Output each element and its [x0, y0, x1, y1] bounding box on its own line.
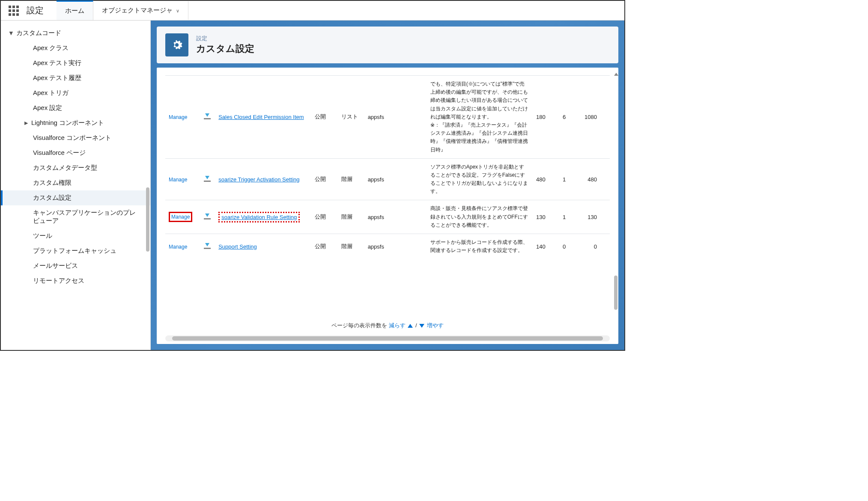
num-cell: 0	[576, 234, 610, 259]
sidebar-item-9[interactable]: カスタム権限	[1, 175, 150, 190]
chevron-down-icon: ∨	[176, 8, 179, 13]
visibility-cell: 公開	[311, 76, 338, 159]
sidebar-item-13[interactable]: プラットフォームキャッシュ	[1, 243, 150, 258]
num-cell: 0	[559, 234, 576, 259]
app-title: 設定	[27, 5, 44, 16]
description-cell: サポートから販売レコードを作成する際、関連するレコードを作成する設定です。	[427, 234, 533, 259]
app-launcher-icon[interactable]	[9, 6, 19, 16]
description-cell: でも、特定項目(※)については"標準"で売上締め後の編集が可能ですが、その他にも…	[427, 76, 533, 159]
sidebar-scrollbar[interactable]	[146, 187, 149, 252]
visibility-cell: 公開	[311, 158, 338, 200]
main-area: 設定 カスタム設定 ManageSales Closed Edit Permis…	[151, 21, 624, 350]
manage-link[interactable]: Manage	[169, 177, 187, 183]
sidebar-item-15[interactable]: リモートアクセス	[1, 273, 150, 288]
tab-home[interactable]: ホーム	[57, 0, 93, 20]
horizontal-scrollbar[interactable]	[165, 335, 610, 341]
namespace-cell: appsfs	[364, 234, 427, 259]
tab-object-manager[interactable]: オブジェクトマネージャ∨	[93, 1, 188, 20]
num-cell: 180	[533, 76, 559, 159]
manage-link[interactable]: Manage	[169, 244, 187, 250]
sidebar-item-1[interactable]: Apex テスト実行	[1, 56, 150, 71]
num-cell: 6	[559, 76, 576, 159]
visibility-cell: 公開	[311, 200, 338, 234]
num-cell: 130	[576, 200, 610, 234]
num-cell: 1	[559, 158, 576, 200]
num-cell: 130	[533, 200, 559, 234]
download-icon[interactable]	[204, 243, 211, 249]
setting-name-link[interactable]: Support Setting	[218, 243, 257, 250]
namespace-cell: appsfs	[364, 158, 427, 200]
pager-less-link[interactable]: 減らす	[389, 322, 406, 329]
sidebar-item-4[interactable]: Apex 設定	[1, 101, 150, 116]
sidebar-item-7[interactable]: Visualforce ページ	[1, 145, 150, 160]
sidebar-item-5[interactable]: ▶Lightning コンポーネント	[1, 116, 150, 130]
sidebar-item-12[interactable]: ツール	[1, 228, 150, 243]
namespace-cell: appsfs	[364, 200, 427, 234]
namespace-cell: appsfs	[364, 76, 427, 159]
manage-link[interactable]: Manage	[169, 114, 187, 120]
table-row: ManageSupport Setting公開階層appsfsサポートから販売レ…	[165, 234, 610, 259]
sidebar-item-10[interactable]: カスタム設定	[1, 190, 150, 205]
page-header: 設定 カスタム設定	[157, 27, 618, 63]
pager-more-link[interactable]: 増やす	[427, 322, 444, 329]
sidebar-item-8[interactable]: カスタムメタデータ型	[1, 160, 150, 175]
description-cell: ソアスク標準のApexトリガを非起動とすることができる設定。フラグをFalseに…	[427, 158, 533, 200]
sidebar-item-0[interactable]: Apex クラス	[1, 41, 150, 56]
visibility-cell: 公開	[311, 234, 338, 259]
num-cell: 480	[576, 158, 610, 200]
caret-down-icon: ▶	[9, 32, 14, 35]
top-bar: 設定 ホーム オブジェクトマネージャ∨	[1, 1, 624, 21]
manage-link[interactable]: Manage	[169, 212, 192, 222]
download-icon[interactable]	[204, 176, 211, 182]
num-cell: 480	[533, 158, 559, 200]
num-cell: 1080	[576, 76, 610, 159]
triangle-up-icon	[408, 324, 413, 328]
sidebar-item-6[interactable]: Visualforce コンポーネント	[1, 130, 150, 145]
custom-settings-table: ManageSales Closed Edit Permission Item公…	[165, 75, 610, 259]
sidebar-item-3[interactable]: Apex トリガ	[1, 86, 150, 101]
type-cell: 階層	[338, 200, 364, 234]
breadcrumb: 設定	[196, 35, 254, 42]
table-row: ManageSales Closed Edit Permission Item公…	[165, 76, 610, 159]
content-scrollbar[interactable]	[614, 276, 617, 310]
sidebar-item-14[interactable]: メールサービス	[1, 258, 150, 273]
type-cell: リスト	[338, 76, 364, 159]
setting-name-link[interactable]: soarize Trigger Activation Setting	[218, 176, 299, 183]
num-cell: 140	[533, 234, 559, 259]
content-frame: ManageSales Closed Edit Permission Item公…	[157, 68, 618, 344]
setting-name-link[interactable]: soarize Validation Rule Setting	[218, 212, 300, 222]
page-title: カスタム設定	[196, 42, 254, 55]
triangle-down-icon	[419, 324, 424, 328]
download-icon[interactable]	[204, 113, 211, 119]
sidebar-item-2[interactable]: Apex テスト履歴	[1, 71, 150, 86]
setting-name-link[interactable]: Sales Closed Edit Permission Item	[218, 114, 304, 120]
download-icon[interactable]	[204, 213, 211, 219]
sidebar-group-custom-code[interactable]: ▶ カスタムコード	[1, 26, 150, 41]
table-row: Managesoarize Validation Rule Setting公開階…	[165, 200, 610, 234]
description-cell: 商談・販売・見積条件にソアスク標準で登録されている入力規則をまとめてOFFにする…	[427, 200, 533, 234]
table-row: Managesoarize Trigger Activation Setting…	[165, 158, 610, 200]
type-cell: 階層	[338, 158, 364, 200]
scroll-up-icon[interactable]	[614, 73, 617, 77]
num-cell: 1	[559, 200, 576, 234]
caret-right-icon: ▶	[24, 120, 28, 126]
sidebar-item-11[interactable]: キャンバスアプリケーションのプレビューア	[1, 205, 150, 228]
type-cell: 階層	[338, 234, 364, 259]
gear-icon	[165, 33, 188, 56]
sidebar: ▶ カスタムコード Apex クラスApex テスト実行Apex テスト履歴Ap…	[1, 21, 151, 350]
pager: ページ毎の表示件数を 減らす / 増やす	[165, 318, 610, 331]
